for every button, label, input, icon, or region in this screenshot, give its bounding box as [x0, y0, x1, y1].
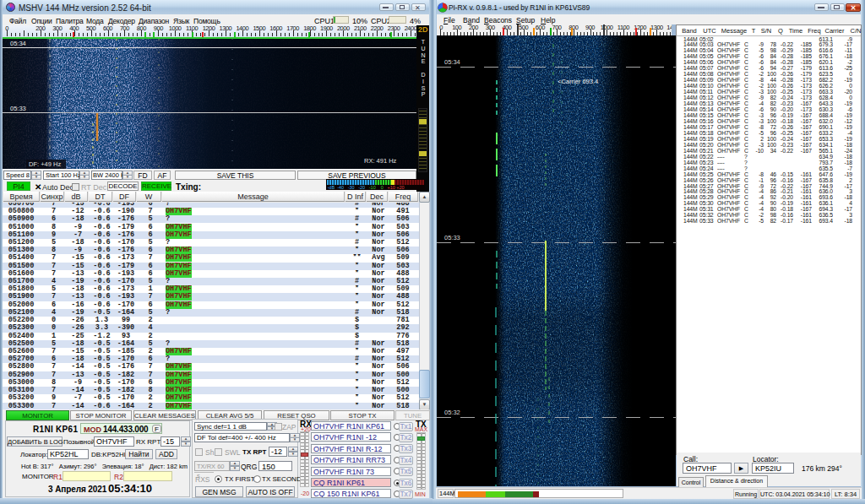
svg-text:<Carrier 693.4: <Carrier 693.4: [558, 78, 598, 85]
svg-text:05:32: 05:32: [444, 409, 460, 416]
svg-text:05:34: 05:34: [10, 40, 26, 47]
svg-text:05:33: 05:33: [10, 105, 26, 112]
svg-text:DF: +49 Hz: DF: +49 Hz: [29, 160, 61, 168]
svg-text:RX: 491 Hz: RX: 491 Hz: [364, 157, 397, 165]
svg-text:05:33: 05:33: [444, 234, 460, 241]
svg-text:05:34: 05:34: [444, 58, 460, 66]
